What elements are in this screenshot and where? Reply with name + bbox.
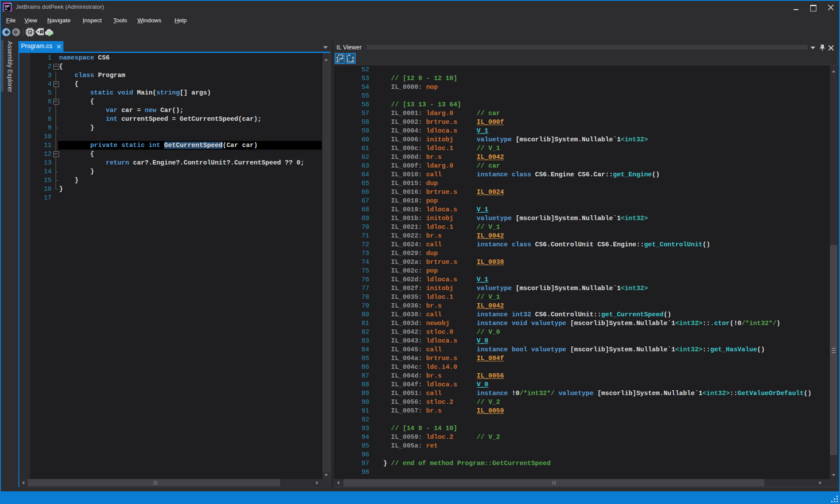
svg-text:DP: DP xyxy=(5,4,10,8)
